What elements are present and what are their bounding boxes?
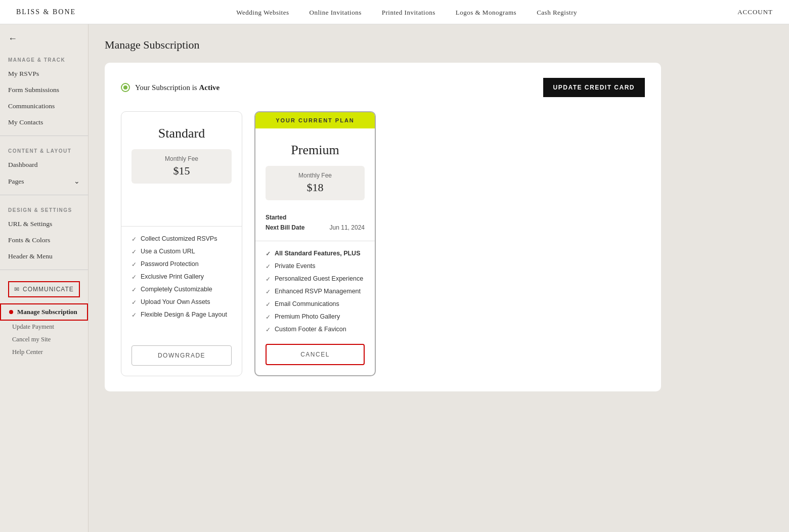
status-active-icon — [121, 83, 130, 92]
check-icon: ✓ — [132, 248, 137, 255]
account-link[interactable]: ACCOUNT — [737, 8, 773, 16]
main-content: Manage Subscription Your Subscription is… — [89, 24, 789, 532]
premium-feature-2: ✓ Personalized Guest Experience — [266, 273, 365, 285]
nav-printed-invitations[interactable]: Printed Invitations — [382, 9, 435, 16]
sidebar-item-form-submissions[interactable]: Form Submissions — [0, 82, 88, 98]
current-plan-badge: YOUR CURRENT PLAN — [255, 112, 375, 128]
sidebar-item-communications[interactable]: Communications — [0, 98, 88, 114]
divider-3 — [0, 270, 88, 270]
subscription-status: Your Subscription is Active — [121, 83, 220, 92]
nav-wedding-websites[interactable]: Wedding Websites — [236, 9, 289, 16]
page-title: Manage Subscription — [105, 38, 773, 52]
premium-feature-6: ✓ Custom Footer & Favicon — [266, 323, 365, 336]
downgrade-button[interactable]: DOWNGRADE — [132, 345, 232, 366]
divider-2 — [0, 195, 88, 195]
premium-fee-box: Monthly Fee $18 — [266, 166, 365, 200]
subscription-container: Your Subscription is Active UPDATE CREDI… — [105, 63, 661, 391]
premium-divider — [255, 241, 375, 241]
premium-feature-0: ✓ All Standard Features, PLUS — [266, 247, 365, 260]
check-icon: ✓ — [132, 312, 137, 319]
sidebar-item-help-center[interactable]: Help Center — [0, 346, 88, 359]
manage-subscription-link[interactable]: Manage Subscription — [0, 303, 88, 321]
standard-features: ✓ Collect Customized RSVPs ✓ Use a Custo… — [121, 233, 242, 337]
premium-plan-name: Premium — [266, 143, 365, 158]
sidebar-item-my-rsvps[interactable]: My RSVPs — [0, 66, 88, 82]
sidebar-item-cancel-site[interactable]: Cancel my Site — [0, 333, 88, 346]
section-label-manage-track: MANAGE & TRACK — [0, 50, 88, 66]
divider-1 — [0, 136, 88, 136]
sidebar-item-dashboard[interactable]: Dashboard — [0, 157, 88, 173]
standard-feature-0: ✓ Collect Customized RSVPs — [132, 233, 232, 245]
premium-features: ✓ All Standard Features, PLUS ✓ Private … — [255, 247, 375, 336]
back-button[interactable]: ← — [0, 24, 88, 50]
communicate-button[interactable]: ✉ COMMUNICATE — [8, 281, 80, 297]
update-credit-card-button[interactable]: UPDATE CREDIT CARD — [543, 78, 645, 97]
sidebar: ← MANAGE & TRACK My RSVPs Form Submissio… — [0, 24, 89, 532]
premium-plan-action: CANCEL — [255, 336, 375, 375]
check-icon: ✓ — [266, 276, 271, 283]
check-icon: ✓ — [132, 286, 137, 293]
nav-links: Wedding Websites Online Invitations Prin… — [236, 8, 577, 17]
sidebar-item-pages[interactable]: Pages ⌄ — [0, 173, 88, 190]
standard-feature-2: ✓ Password Protection — [132, 258, 232, 271]
section-label-design-settings: DESIGN & SETTINGS — [0, 200, 88, 216]
standard-plan-name: Standard — [132, 126, 232, 141]
standard-feature-5: ✓ Upload Your Own Assets — [132, 296, 232, 308]
standard-feature-6: ✓ Flexible Design & Page Layout — [132, 308, 232, 321]
premium-feature-4: ✓ Email Communications — [266, 298, 365, 311]
back-arrow-icon: ← — [8, 33, 17, 44]
check-icon: ✓ — [132, 299, 137, 306]
section-label-content-layout: CONTENT & LAYOUT — [0, 141, 88, 157]
standard-divider — [121, 226, 242, 227]
sidebar-item-my-contacts[interactable]: My Contacts — [0, 114, 88, 130]
sidebar-item-header-menu[interactable]: Header & Menu — [0, 248, 88, 264]
status-bar: Your Subscription is Active UPDATE CREDI… — [121, 78, 645, 97]
premium-feature-5: ✓ Premium Photo Gallery — [266, 311, 365, 323]
check-icon: ✓ — [266, 263, 271, 270]
premium-feature-1: ✓ Private Events — [266, 260, 365, 273]
sidebar-item-url-settings[interactable]: URL & Settings — [0, 216, 88, 232]
layout: ← MANAGE & TRACK My RSVPs Form Submissio… — [0, 24, 789, 532]
standard-feature-4: ✓ Completely Customizable — [132, 283, 232, 296]
next-bill-label: Next Bill Date — [266, 224, 304, 231]
nav-cash-registry[interactable]: Cash Registry — [537, 9, 577, 16]
check-icon: ✓ — [266, 301, 271, 308]
envelope-icon: ✉ — [14, 286, 20, 293]
next-bill-row: Next Bill Date Jun 11, 2024 — [266, 223, 365, 233]
sidebar-item-update-payment[interactable]: Update Payment — [0, 321, 88, 333]
brand-logo: BLISS & BONE — [16, 8, 76, 16]
premium-fee-amount: $18 — [274, 181, 357, 194]
standard-plan-action: DOWNGRADE — [121, 337, 242, 376]
top-nav: BLISS & BONE Wedding Websites Online Inv… — [0, 0, 789, 24]
standard-fee-label: Monthly Fee — [140, 155, 224, 162]
standard-plan-name-area: Standard — [121, 112, 242, 149]
nav-logos-monograms[interactable]: Logos & Monograms — [456, 9, 516, 16]
nav-online-invitations[interactable]: Online Invitations — [310, 9, 362, 16]
started-label: Started — [266, 214, 286, 221]
sidebar-item-fonts-colors[interactable]: Fonts & Colors — [0, 232, 88, 248]
status-text: Your Subscription is Active — [135, 83, 220, 92]
standard-feature-1: ✓ Use a Custom URL — [132, 245, 232, 258]
next-bill-value: Jun 11, 2024 — [330, 224, 365, 231]
check-icon: ✓ — [132, 274, 137, 281]
chevron-down-icon: ⌄ — [74, 177, 80, 186]
standard-fee-box: Monthly Fee $15 — [132, 149, 232, 184]
premium-dates: Started Next Bill Date Jun 11, 2024 — [255, 208, 375, 239]
premium-plan-name-area: Premium — [255, 128, 375, 166]
plans-grid: Standard Monthly Fee $15 ✓ Collect Custo… — [121, 111, 645, 376]
started-row: Started — [266, 212, 365, 223]
cancel-button[interactable]: CANCEL — [266, 344, 365, 365]
premium-fee-label: Monthly Fee — [274, 172, 357, 179]
check-icon: ✓ — [266, 288, 271, 295]
check-icon: ✓ — [266, 250, 271, 257]
active-dot-icon — [9, 310, 13, 314]
standard-fee-amount: $15 — [140, 164, 224, 178]
check-icon: ✓ — [132, 236, 137, 243]
check-icon: ✓ — [266, 326, 271, 333]
plan-card-standard: Standard Monthly Fee $15 ✓ Collect Custo… — [121, 111, 242, 376]
standard-feature-3: ✓ Exclusive Print Gallery — [132, 271, 232, 283]
check-icon: ✓ — [266, 314, 271, 321]
plan-card-premium: YOUR CURRENT PLAN Premium Monthly Fee $1… — [254, 111, 376, 376]
check-icon: ✓ — [132, 261, 137, 268]
premium-feature-3: ✓ Enhanced RSVP Management — [266, 285, 365, 298]
